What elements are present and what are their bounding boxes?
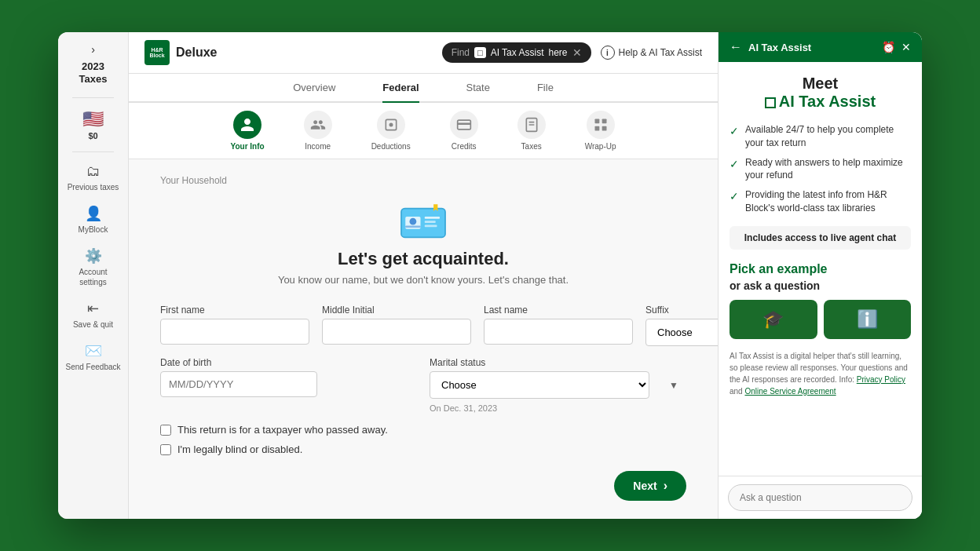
myblock-icon: 👤: [85, 205, 102, 222]
ai-disclaimer: AI Tax Assist is a digital helper that's…: [730, 350, 911, 397]
ai-header-right: ⏰ ✕: [882, 41, 911, 53]
deceased-checkbox[interactable]: [160, 425, 171, 436]
sidebar-item-feedback[interactable]: ✉️ Send Feedback: [62, 338, 125, 377]
sidebar-year: 2023 Taxes: [79, 60, 108, 85]
ai-panel-header: ← AI Tax Assist ⏰ ✕: [719, 32, 922, 62]
sub-nav-label-wrapup: Wrap-Up: [585, 142, 616, 151]
find-label: Find: [452, 47, 470, 58]
logo-area: H&RBlock Deluxe: [144, 40, 217, 65]
sub-nav-wrapup[interactable]: Wrap-Up: [585, 111, 616, 151]
ai-checkbox-decoration: [765, 97, 776, 108]
ai-pick-sub: or ask a question: [730, 279, 911, 292]
find-ai-text: AI Tax Assist: [491, 47, 544, 58]
find-bar: Find □ AI Tax Assist here ✕: [442, 42, 591, 63]
sub-nav-label-income: Income: [305, 142, 331, 151]
sidebar-item-account-settings[interactable]: ⚙️ Account settings: [62, 243, 125, 292]
last-name-label: Last name: [484, 305, 633, 316]
suffix-group: Suffix Choose Jr. Sr. II III: [645, 305, 718, 346]
suffix-select[interactable]: Choose Jr. Sr. II III: [645, 319, 718, 346]
sub-nav-your-info[interactable]: Your Info: [231, 111, 265, 151]
sidebar-divider-1: [72, 151, 114, 152]
sidebar-item-myblock[interactable]: 👤 MyBlock: [62, 200, 125, 239]
marital-hint: On Dec. 31, 2023: [430, 403, 686, 413]
ai-back-button[interactable]: ←: [730, 40, 742, 54]
credits-icon: [450, 111, 478, 139]
ai-example-card-1[interactable]: 🎓: [730, 300, 817, 339]
find-close-button[interactable]: ✕: [572, 46, 582, 59]
sidebar-divider-top: [72, 97, 114, 98]
tab-state[interactable]: State: [466, 82, 490, 103]
privacy-policy-link[interactable]: Privacy Policy: [857, 375, 905, 384]
service-agreement-link[interactable]: Online Service Agreement: [744, 387, 836, 396]
first-name-group: First name: [160, 305, 309, 346]
help-button[interactable]: i Help & AI Tax Assist: [601, 46, 703, 60]
ai-close-icon[interactable]: ✕: [901, 41, 911, 53]
svg-rect-10: [602, 126, 606, 131]
ai-history-icon[interactable]: ⏰: [882, 41, 895, 53]
tab-overview[interactable]: Overview: [293, 82, 335, 103]
ai-question-input[interactable]: [728, 484, 912, 511]
find-highlight: □: [474, 47, 486, 58]
marital-select[interactable]: Choose Single Married Filing Jointly Mar…: [430, 371, 649, 399]
sidebar-flag-item: 🇺🇸 $0: [62, 104, 125, 145]
ai-panel-body: Meet AI Tax Assist ✓ Available 24/7 to h…: [719, 62, 922, 476]
find-suffix: here: [548, 47, 567, 58]
ai-meet-section: Meet AI Tax Assist: [730, 75, 911, 111]
sub-nav-taxes[interactable]: Taxes: [517, 111, 546, 151]
dob-label: Date of birth: [160, 357, 417, 368]
sidebar-expand-arrow[interactable]: ›: [84, 40, 103, 59]
form-area: Your Household Let's get acquainted. You…: [129, 159, 718, 519]
settings-icon: ⚙️: [85, 247, 102, 265]
us-flag-icon: 🇺🇸: [82, 109, 104, 130]
deductions-icon: [377, 111, 405, 139]
blind-disabled-checkbox[interactable]: [160, 444, 171, 455]
last-name-input[interactable]: [484, 319, 633, 345]
ai-feature-2: ✓ Ready with answers to help maximize yo…: [730, 156, 911, 183]
svg-rect-14: [405, 225, 420, 228]
middle-initial-input[interactable]: [322, 319, 471, 345]
svg-rect-17: [425, 225, 437, 228]
sub-nav-label-your-info: Your Info: [231, 142, 265, 151]
your-info-icon: [233, 111, 261, 139]
sidebar-amount: $0: [88, 131, 97, 140]
sub-nav-income[interactable]: Income: [304, 111, 332, 151]
nav-tabs: Overview Federal State File: [129, 74, 718, 103]
svg-rect-9: [594, 126, 599, 131]
svg-rect-15: [425, 217, 440, 219]
main-content: H&RBlock Deluxe Find □ AI Tax Assist her…: [129, 32, 718, 519]
sub-nav-label-taxes: Taxes: [521, 142, 542, 151]
next-button[interactable]: Next ›: [614, 471, 686, 501]
svg-rect-16: [425, 221, 436, 223]
check-icon-3: ✓: [730, 189, 739, 205]
tab-federal[interactable]: Federal: [382, 82, 419, 103]
top-bar-right: Find □ AI Tax Assist here ✕ i Help & AI …: [442, 42, 702, 63]
ai-header-title: AI Tax Assist: [748, 42, 811, 53]
ai-features-list: ✓ Available 24/7 to help you complete yo…: [730, 123, 911, 215]
ai-example-card-2[interactable]: ℹ️: [824, 300, 912, 339]
sub-nav-deductions[interactable]: Deductions: [371, 111, 411, 151]
sidebar-item-previous-taxes[interactable]: 🗂 Previous taxes: [62, 159, 125, 197]
form-footer: Next ›: [160, 471, 686, 501]
help-icon: i: [601, 46, 615, 60]
sidebar-item-save-quit[interactable]: ⇤ Save & quit: [62, 295, 125, 334]
ai-pick-title: Pick an example: [730, 262, 911, 276]
tab-file[interactable]: File: [537, 82, 554, 103]
sidebar-label-save-quit: Save & quit: [73, 319, 113, 330]
ai-meet-title: Meet: [730, 75, 911, 93]
help-label: Help & AI Tax Assist: [619, 47, 703, 58]
check-icon-1: ✓: [730, 124, 739, 140]
svg-point-13: [410, 218, 417, 225]
svg-rect-3: [457, 123, 470, 126]
app-title: Deluxe: [176, 46, 217, 60]
ai-example-icon-1: 🎓: [762, 309, 784, 330]
deceased-checkbox-label: This return is for a taxpayer who passed…: [177, 424, 388, 436]
save-quit-icon: ⇤: [87, 300, 99, 317]
name-row: First name Middle Initial Last name Suff…: [160, 305, 686, 346]
previous-taxes-icon: 🗂: [86, 163, 101, 180]
svg-point-1: [389, 123, 393, 127]
svg-rect-7: [594, 119, 599, 124]
dob-input[interactable]: [160, 371, 317, 397]
sub-nav-credits[interactable]: Credits: [450, 111, 478, 151]
sidebar-label-previous-taxes: Previous taxes: [68, 182, 119, 192]
first-name-input[interactable]: [160, 319, 309, 345]
